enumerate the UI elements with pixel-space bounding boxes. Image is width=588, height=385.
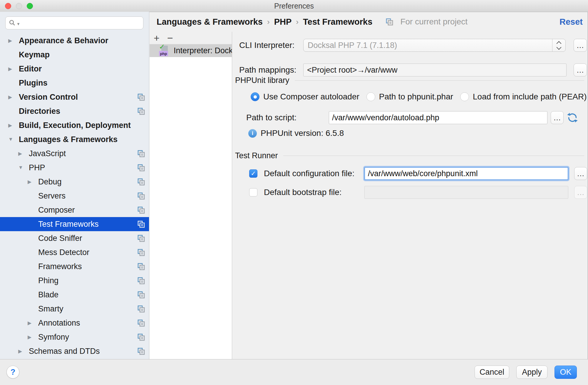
cli-interpreter-label: CLI Interpreter:: [239, 39, 294, 52]
section-title: PHPUnit library: [235, 76, 289, 85]
sidebar-item-languages-frameworks[interactable]: ▼Languages & Frameworks: [0, 132, 149, 146]
sidebar-item-directories[interactable]: Directories: [0, 104, 149, 118]
radio-path-to-phpunit-phar[interactable]: Path to phpunit.phar: [366, 92, 453, 101]
sidebar-item-test-frameworks[interactable]: Test Frameworks: [0, 217, 149, 231]
radio-button-icon[interactable]: [460, 92, 469, 101]
cli-interpreter-browse-button[interactable]: …: [574, 39, 587, 52]
sidebar-item-label: JavaScript: [29, 149, 66, 158]
sidebar-item-label: Plugins: [19, 79, 48, 88]
sidebar-item-keymap[interactable]: Keymap: [0, 48, 149, 62]
sidebar-item-mess-detector[interactable]: Mess Detector: [0, 245, 149, 259]
help-button[interactable]: ?: [6, 366, 19, 379]
radio-use-composer-autoloader[interactable]: Use Composer autoloader: [251, 92, 359, 101]
refresh-icon[interactable]: [567, 112, 578, 124]
ok-button[interactable]: OK: [555, 366, 577, 379]
radio-load-from-include-path-pear[interactable]: Load from include path (PEAR): [460, 92, 587, 101]
sidebar-item-label: Build, Execution, Deployment: [19, 121, 131, 130]
sidebar-item-smarty[interactable]: Smarty: [0, 302, 149, 316]
per-project-icon: [137, 305, 145, 313]
default-config-checkbox[interactable]: ✓: [249, 169, 257, 178]
sidebar-item-code-sniffer[interactable]: Code Sniffer: [0, 231, 149, 245]
chevron-right-icon[interactable]: ▶: [28, 320, 38, 326]
per-project-icon: [137, 107, 145, 115]
sidebar-item-label: Servers: [38, 191, 66, 201]
list-item-interpreter[interactable]: ✓ php Interpreter: Dock: [150, 44, 232, 57]
sidebar-item-editor[interactable]: ▶Editor: [0, 62, 149, 76]
sidebar-item-blade[interactable]: Blade: [0, 288, 149, 302]
cli-interpreter-select[interactable]: Docksal PHP 7.1 (7.1.18): [303, 39, 566, 52]
sidebar-item-annotations[interactable]: ▶Annotations: [0, 316, 149, 330]
sidebar-item-schemas-and-dtds[interactable]: ▶Schemas and DTDs: [0, 344, 149, 358]
chevron-down-icon[interactable]: ▼: [18, 165, 29, 171]
per-project-icon: [137, 206, 145, 214]
default-bootstrap-checkbox[interactable]: [249, 188, 257, 196]
sidebar-item-appearance-behavior[interactable]: ▶Appearance & Behavior: [0, 34, 149, 48]
sidebar-item-javascript[interactable]: ▶JavaScript: [0, 146, 149, 161]
chevron-down-icon[interactable]: ▼: [8, 136, 19, 142]
preferences-window: Preferences ▼ ▶Appearance & BehaviorKeym…: [0, 0, 588, 385]
sidebar-item-label: Smarty: [38, 304, 63, 314]
breadcrumb-php[interactable]: PHP: [274, 17, 292, 27]
chevron-right-icon[interactable]: ▶: [8, 66, 19, 72]
sidebar-item-debug[interactable]: ▶Debug: [0, 175, 149, 189]
path-to-script-label: Path to script:: [246, 111, 296, 124]
test-runner-section: Test Runner: [235, 151, 584, 160]
per-project-icon: [137, 319, 145, 327]
stepper-control[interactable]: [552, 39, 565, 51]
default-bootstrap-label: Default bootstrap file:: [264, 186, 342, 199]
radio-label: Use Composer autoloader: [263, 92, 359, 101]
cancel-button[interactable]: Cancel: [475, 366, 509, 379]
sidebar-item-symfony[interactable]: ▶Symfony: [0, 330, 149, 344]
path-mappings-field[interactable]: <Project root>→/var/www: [303, 64, 567, 76]
sidebar-item-php[interactable]: ▼PHP: [0, 161, 149, 175]
breadcrumb-separator: ›: [296, 17, 299, 26]
sidebar-item-build-execution-deployment[interactable]: ▶Build, Execution, Deployment: [0, 118, 149, 132]
sidebar-item-label: Composer: [38, 206, 75, 215]
search-filter-caret-icon[interactable]: ▼: [16, 22, 20, 26]
apply-button[interactable]: Apply: [516, 366, 547, 379]
radio-button-icon[interactable]: [366, 92, 375, 101]
sidebar-item-phing[interactable]: Phing: [0, 274, 149, 288]
path-mappings-browse-button[interactable]: …: [574, 64, 587, 76]
scope-indicator: For current project: [386, 17, 468, 26]
path-to-script-browse-button[interactable]: …: [551, 111, 564, 124]
list-toolbar: + −: [150, 32, 232, 44]
per-project-icon: [137, 192, 145, 200]
default-config-input[interactable]: [364, 167, 568, 180]
chevron-right-icon[interactable]: ▶: [28, 179, 38, 185]
default-config-browse-button[interactable]: …: [574, 167, 587, 180]
sidebar-item-label: Editor: [19, 64, 42, 74]
per-project-icon: [137, 234, 145, 242]
sidebar-item-servers[interactable]: Servers: [0, 189, 149, 203]
interpreter-list: ✓ php Interpreter: Dock: [150, 44, 232, 359]
section-divider: [295, 80, 584, 81]
sidebar-item-plugins[interactable]: Plugins: [0, 76, 149, 90]
chevron-right-icon[interactable]: ▶: [8, 94, 19, 100]
add-button[interactable]: +: [151, 32, 162, 44]
chevron-right-icon[interactable]: ▶: [8, 38, 19, 44]
per-project-icon: [137, 178, 145, 186]
breadcrumb-test-frameworks[interactable]: Test Frameworks: [303, 17, 372, 27]
sidebar-item-version-control[interactable]: ▶Version Control: [0, 90, 149, 104]
default-bootstrap-browse-button: …: [574, 186, 587, 199]
breadcrumb-languages-frameworks[interactable]: Languages & Frameworks: [157, 17, 263, 27]
chevron-right-icon[interactable]: ▶: [18, 348, 29, 354]
sidebar-item-frameworks[interactable]: Frameworks: [0, 259, 149, 274]
per-project-icon: [137, 93, 145, 101]
sidebar-item-label: Schemas and DTDs: [29, 347, 100, 356]
sidebar-tree: ▶Appearance & BehaviorKeymap▶EditorPlugi…: [0, 34, 149, 358]
reset-link[interactable]: Reset: [559, 12, 583, 32]
search-input[interactable]: [21, 18, 143, 28]
path-to-script-input[interactable]: [329, 111, 547, 124]
radio-button-icon[interactable]: [251, 92, 259, 101]
remove-button[interactable]: −: [165, 32, 175, 44]
phpunit-version-row: i PHPUnit version: 6.5.8: [248, 129, 344, 138]
chevron-down-icon: [557, 45, 562, 50]
chevron-right-icon[interactable]: ▶: [18, 151, 29, 157]
sidebar-item-composer[interactable]: Composer: [0, 203, 149, 217]
settings-search-box[interactable]: ▼: [5, 16, 143, 29]
chevron-right-icon[interactable]: ▶: [28, 334, 38, 340]
section-title: Test Runner: [235, 151, 278, 160]
default-bootstrap-input: [364, 186, 568, 199]
chevron-right-icon[interactable]: ▶: [8, 122, 19, 129]
